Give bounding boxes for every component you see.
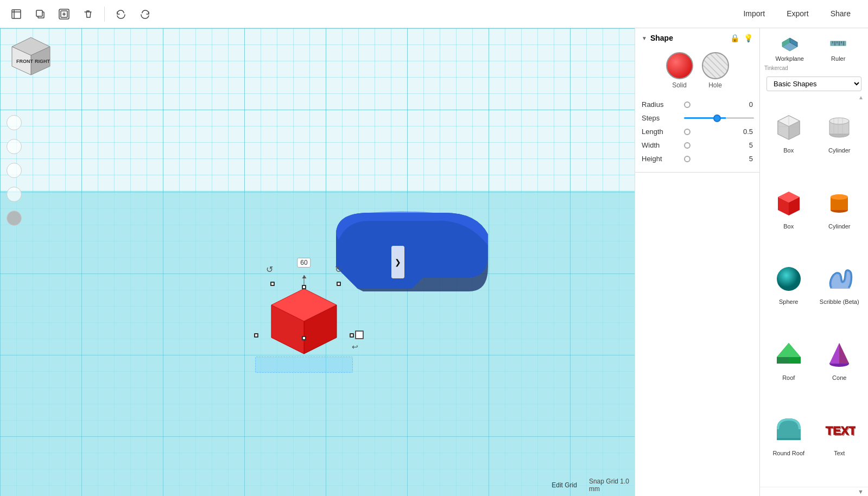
import-button[interactable]: Import [732, 5, 776, 23]
bottom-bar: Edit Grid Snap Grid 1.0 mm [548, 478, 629, 493]
handle-tl[interactable] [270, 282, 275, 286]
shape-item-cylinder-gray[interactable]: Cylinder [815, 106, 864, 180]
shape-item-scribble[interactable]: Scribble (Beta) [815, 257, 864, 331]
length-control [684, 129, 732, 135]
sphere-thumb [771, 262, 806, 296]
lock-icon-btn[interactable]: 🔒 [730, 34, 739, 42]
bulb-icon-btn[interactable]: 💡 [744, 34, 753, 42]
hole-type[interactable]: Hole [702, 52, 729, 89]
nav-circle-2[interactable] [7, 139, 22, 154]
cylinder-orange-svg [823, 187, 856, 220]
share-button[interactable]: Share [820, 5, 861, 23]
handle-left[interactable] [254, 333, 258, 338]
round-roof-label: Round Roof [772, 450, 804, 456]
canvas-area[interactable]: FRONT RIGHT [0, 28, 635, 496]
rot-handle-left[interactable]: ↺ [266, 264, 273, 275]
shape-item-round-roof[interactable]: Round Roof [764, 409, 813, 482]
shape-item-text[interactable]: TEXT TEXT Text [815, 409, 864, 482]
width-control [684, 142, 732, 149]
redo-button[interactable] [135, 4, 155, 24]
new-button[interactable] [7, 4, 26, 24]
undo-button[interactable] [111, 4, 131, 24]
shape-item-box-gray[interactable]: Box [764, 106, 813, 180]
handle-bottom[interactable] [302, 336, 306, 340]
handle-top[interactable] [302, 285, 306, 289]
brand-label: Tinkercad [760, 64, 868, 73]
panel-collapse-arrow[interactable]: ❯ [391, 246, 404, 278]
handle-tr[interactable] [337, 282, 341, 286]
box-gray-label: Box [783, 147, 794, 154]
svg-marker-49 [777, 343, 801, 357]
shape-item-sphere[interactable]: Sphere [764, 257, 813, 331]
cylinder-gray-svg [823, 111, 856, 144]
shape-item-roof[interactable]: Roof [764, 333, 813, 407]
nav-circle-1[interactable] [7, 115, 22, 130]
dimension-label: 60 [297, 258, 311, 268]
cylinder-orange-thumb [822, 186, 857, 221]
height-label: Height [642, 155, 680, 163]
hole-label: Hole [708, 81, 722, 89]
scribble-label: Scribble (Beta) [820, 298, 859, 305]
nav-circle-5[interactable] [7, 211, 22, 226]
svg-point-37 [829, 118, 849, 124]
radius-value[interactable]: 0 [737, 100, 753, 109]
round-roof-thumb [771, 413, 806, 448]
radius-row: Radius 0 [642, 98, 753, 111]
length-value[interactable]: 0.5 [737, 128, 753, 136]
round-roof-svg [772, 414, 805, 447]
shape-panel-header[interactable]: ▼ Shape 🔒 💡 [635, 28, 759, 48]
delete-button[interactable] [78, 4, 98, 24]
divider-1 [104, 7, 105, 22]
ruler-item[interactable]: Ruler [815, 33, 862, 62]
scale-handle[interactable] [355, 330, 364, 339]
nav-circle-4[interactable] [7, 187, 22, 202]
rot-bottom-handle[interactable]: ↩ [352, 342, 358, 351]
duplicate-button[interactable] [54, 4, 74, 24]
radius-control [684, 101, 732, 108]
width-dot[interactable] [684, 142, 690, 149]
box-red-thumb [771, 186, 806, 221]
box-red-label: Box [783, 223, 794, 230]
solid-type[interactable]: Solid [666, 52, 693, 89]
radius-dot[interactable] [684, 101, 690, 108]
scroll-down[interactable]: ▼ [760, 487, 868, 496]
height-value[interactable]: 5 [737, 155, 753, 163]
nav-circle-3[interactable] [7, 163, 22, 178]
text-svg: TEXT TEXT [823, 414, 856, 447]
ruler-icon [827, 33, 849, 54]
handle-right[interactable] [350, 333, 354, 338]
cone-thumb [822, 338, 857, 372]
shape-item-box-red[interactable]: Box [764, 182, 813, 256]
svg-marker-50 [789, 357, 801, 364]
workplane-svg [780, 34, 800, 53]
radius-label: Radius [642, 100, 680, 109]
rot-handle-right[interactable]: ↻ [335, 264, 342, 275]
viewport-cube[interactable]: FRONT RIGHT [7, 35, 55, 84]
length-dot[interactable] [684, 129, 690, 135]
shape-item-cone[interactable]: Cone [815, 333, 864, 407]
shape-item-cylinder-orange[interactable]: Cylinder [815, 182, 864, 256]
steps-slider[interactable] [684, 117, 754, 119]
props-table: Radius 0 Steps 10 Length [635, 96, 759, 172]
export-button[interactable]: Export [776, 5, 819, 23]
height-row: Height 5 [642, 152, 753, 166]
shape-panel: ▼ Shape 🔒 💡 Solid Hole [635, 28, 759, 173]
ruler-label: Ruler [831, 55, 845, 62]
red-shape-container[interactable]: ↺ ↻ 60 [250, 253, 358, 373]
svg-point-46 [831, 194, 848, 200]
category-select[interactable]: Basic Shapes [766, 77, 861, 91]
copy-button[interactable] [30, 4, 50, 24]
workplane-item[interactable]: Workplane [766, 33, 813, 62]
length-label: Length [642, 128, 680, 136]
width-value[interactable]: 5 [737, 141, 753, 149]
height-dot[interactable] [684, 156, 690, 162]
shape-panel-title: Shape [650, 34, 673, 42]
width-row: Width 5 [642, 138, 753, 152]
cone-label: Cone [832, 374, 846, 381]
edit-grid-button[interactable]: Edit Grid [548, 480, 580, 490]
cone-svg [823, 339, 856, 371]
main-area: FRONT RIGHT [0, 28, 868, 496]
sphere-label: Sphere [779, 298, 798, 305]
scroll-up[interactable]: ▲ [760, 94, 868, 101]
length-row: Length 0.5 [642, 125, 753, 138]
